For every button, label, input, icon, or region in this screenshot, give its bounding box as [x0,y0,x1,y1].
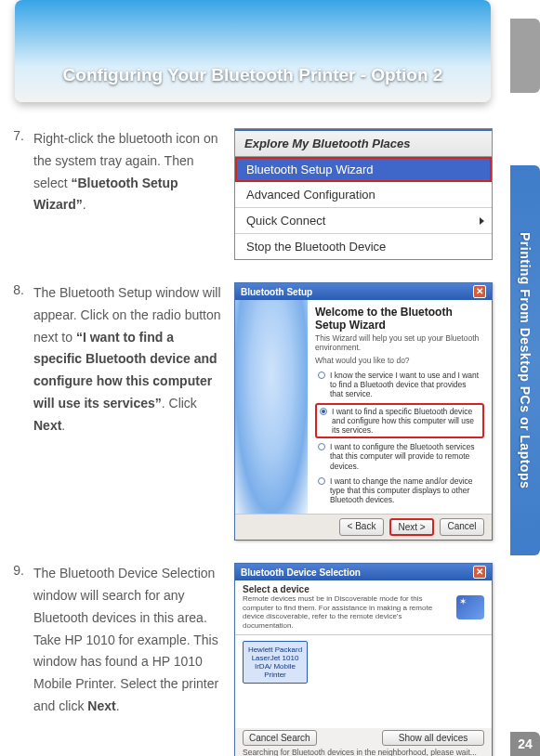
close-icon[interactable]: ✕ [473,566,486,579]
wizard-prompt: What would you like to do? [315,356,484,365]
search-status: Searching for Bluetooth devices in the n… [235,746,492,756]
figure-device-selection: Bluetooth Device Selection ✕ Select a de… [234,563,493,756]
device-hp-1010[interactable]: Hewlett Packard LaserJet 1010 IrDA/ Mobi… [243,641,308,684]
option-label: I want to configure the Bluetooth servic… [330,442,481,471]
figure-context-menu: Explore My Bluetooth Places Bluetooth Se… [234,128,493,260]
menu-item-bluetooth-setup-wizard[interactable]: Bluetooth Setup Wizard [235,157,492,182]
side-tab-grey [510,19,540,93]
side-tab-section: Printing From Desktop PCs or Laptops [510,165,540,555]
device-selection-header: Select a device Remote devices must be i… [235,580,492,634]
show-devices-dropdown[interactable]: Show all devices [382,730,484,746]
step-9-text: The Bluetooth Device Selection window wi… [33,563,225,756]
option-label: I want to change the name and/or device … [330,476,481,505]
wizard-side-image [235,300,308,514]
device-selection-midrow: Cancel Search Show all devices [235,728,492,746]
step-9-text-a: The Bluetooth Device Selection window wi… [33,566,218,713]
step-8-text-b: . Click [162,396,197,411]
step-9-bold-a: Next [87,698,115,713]
wizard-titlebar: Bluetooth Setup ✕ [235,283,492,300]
submenu-arrow-icon [480,217,484,225]
wizard-body: Welcome to the Bluetooth Setup Wizard Th… [235,300,492,514]
next-button[interactable]: Next > [389,518,434,536]
step-7-text: Right-click the bluetooth icon on the sy… [33,128,225,260]
step-8-bold-b: Next [33,418,61,433]
menu-item-advanced-configuration[interactable]: Advanced Configuration [235,182,492,208]
step-7-number: 7. [13,128,24,260]
page-number: 24 [518,736,533,751]
wizard-option-b[interactable]: I want to find a specific Bluetooth devi… [315,403,484,439]
device-list: Hewlett Packard LaserJet 1010 IrDA/ Mobi… [235,635,492,728]
step-8: 8. The Bluetooth Setup window will appea… [13,282,493,541]
step-8-number: 8. [13,282,24,541]
device-selection-title: Bluetooth Device Selection [241,567,361,578]
step-9: 9. The Bluetooth Device Selection window… [13,563,493,756]
device-selection-titlebar: Bluetooth Device Selection ✕ [235,564,492,580]
wizard-title: Bluetooth Setup [241,287,312,297]
bluetooth-icon [456,595,484,619]
step-8-text-c: . [61,418,65,433]
menu-item-label: Bluetooth Setup Wizard [246,163,374,176]
radio-icon [320,408,327,415]
option-label: I know the service I want to use and I w… [330,371,481,399]
device-selection-subtext: Remote devices must be in Discoverable m… [243,594,451,630]
step-8-text: The Bluetooth Setup window will appear. … [33,282,225,541]
device-label: Hewlett Packard LaserJet 1010 IrDA/ Mobi… [248,645,302,680]
device-selection-heading: Select a device [243,584,451,594]
wizard-heading: Welcome to the Bluetooth Setup Wizard [315,306,484,332]
close-icon[interactable]: ✕ [473,285,486,298]
step-9-text-b: . [116,698,120,713]
side-tabs: Printing From Desktop PCs or Laptops 24 [510,0,540,756]
page-title: Configuring Your Bluetooth Printer - Opt… [63,65,443,85]
back-button[interactable]: < Back [339,518,384,536]
menu-item-quick-connect[interactable]: Quick Connect [235,208,492,234]
wizard-button-row: < Back Next > Cancel [235,514,492,540]
wizard-option-c[interactable]: I want to configure the Bluetooth servic… [315,440,484,473]
menu-item-label: Quick Connect [246,214,325,228]
wizard-window: Bluetooth Setup ✕ Welcome to the Bluetoo… [234,282,493,541]
context-menu: Explore My Bluetooth Places Bluetooth Se… [234,128,493,260]
cancel-button[interactable]: Cancel [440,518,484,536]
wizard-right-pane: Welcome to the Bluetooth Setup Wizard Th… [308,300,492,514]
step-7: 7. Right-click the bluetooth icon on the… [13,128,493,260]
cancel-search-button[interactable]: Cancel Search [243,730,317,746]
wizard-option-a[interactable]: I know the service I want to use and I w… [315,369,484,401]
radio-icon [318,477,325,485]
wizard-option-d[interactable]: I want to change the name and/or device … [315,475,484,507]
radio-icon [318,371,325,379]
side-tab-section-label: Printing From Desktop PCs or Laptops [518,232,533,489]
content: 7. Right-click the bluetooth icon on the… [13,128,493,756]
context-menu-title: Explore My Bluetooth Places [235,129,492,157]
wizard-subtext: This Wizard will help you set up your Bl… [315,333,484,352]
option-label: I want to find a specific Bluetooth devi… [332,407,480,436]
menu-item-label: Stop the Bluetooth Device [246,240,386,254]
device-selection-window: Bluetooth Device Selection ✕ Select a de… [234,563,493,756]
figure-bluetooth-setup-wizard: Bluetooth Setup ✕ Welcome to the Bluetoo… [234,282,493,541]
menu-item-label: Advanced Configuration [246,188,375,202]
page-number-tab: 24 [510,732,540,756]
step-9-number: 9. [13,563,24,756]
radio-icon [318,443,325,450]
menu-item-stop-bluetooth-device[interactable]: Stop the Bluetooth Device [235,234,492,259]
step-7-text-b: . [83,197,86,212]
page-banner: Configuring Your Bluetooth Printer - Opt… [15,0,491,102]
